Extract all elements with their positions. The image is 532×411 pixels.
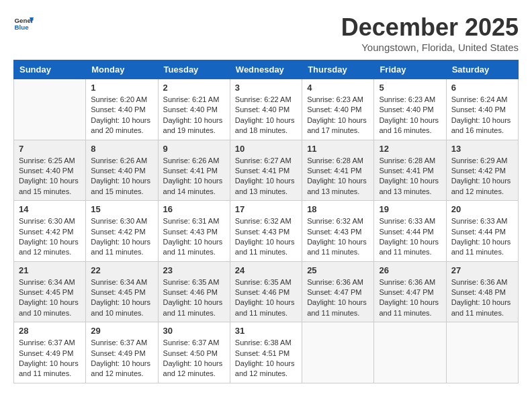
calendar-cell: 28Sunrise: 6:37 AM Sunset: 4:49 PM Dayli… [14, 322, 86, 383]
calendar-header-monday: Monday [86, 60, 158, 79]
calendar-week-row: 21Sunrise: 6:34 AM Sunset: 4:45 PM Dayli… [14, 261, 519, 322]
calendar-cell [302, 322, 374, 383]
day-number: 28 [19, 326, 81, 336]
calendar-cell: 18Sunrise: 6:32 AM Sunset: 4:43 PM Dayli… [302, 201, 374, 262]
day-number: 17 [235, 204, 297, 214]
day-info: Sunrise: 6:36 AM Sunset: 4:48 PM Dayligh… [451, 277, 513, 319]
day-info: Sunrise: 6:27 AM Sunset: 4:41 PM Dayligh… [235, 156, 297, 197]
title-area: December 2025 Youngstown, Florida, Unite… [341, 13, 519, 53]
logo: General Blue [13, 13, 34, 34]
day-info: Sunrise: 6:25 AM Sunset: 4:40 PM Dayligh… [19, 156, 81, 197]
calendar-cell: 9Sunrise: 6:26 AM Sunset: 4:41 PM Daylig… [158, 140, 230, 201]
calendar-cell: 26Sunrise: 6:36 AM Sunset: 4:47 PM Dayli… [374, 261, 446, 322]
day-number: 13 [451, 144, 513, 154]
day-number: 23 [163, 265, 225, 275]
day-number: 10 [235, 144, 297, 154]
calendar-cell: 5Sunrise: 6:23 AM Sunset: 4:40 PM Daylig… [374, 79, 446, 140]
day-info: Sunrise: 6:29 AM Sunset: 4:42 PM Dayligh… [451, 156, 513, 197]
calendar-week-row: 14Sunrise: 6:30 AM Sunset: 4:42 PM Dayli… [14, 201, 519, 262]
day-number: 31 [235, 326, 297, 336]
calendar-header-wednesday: Wednesday [230, 60, 302, 79]
calendar-cell: 1Sunrise: 6:20 AM Sunset: 4:40 PM Daylig… [86, 79, 158, 140]
calendar-cell: 23Sunrise: 6:35 AM Sunset: 4:46 PM Dayli… [158, 261, 230, 322]
calendar-cell: 13Sunrise: 6:29 AM Sunset: 4:42 PM Dayli… [446, 140, 518, 201]
calendar-cell [446, 322, 518, 383]
calendar-header-friday: Friday [374, 60, 446, 79]
day-info: Sunrise: 6:37 AM Sunset: 4:49 PM Dayligh… [19, 338, 81, 379]
header: General Blue December 2025 Youngstown, F… [13, 13, 519, 53]
day-number: 19 [379, 204, 441, 214]
day-number: 2 [163, 83, 225, 93]
day-info: Sunrise: 6:26 AM Sunset: 4:40 PM Dayligh… [91, 156, 152, 197]
calendar-cell: 17Sunrise: 6:32 AM Sunset: 4:43 PM Dayli… [230, 201, 302, 262]
calendar-cell: 29Sunrise: 6:37 AM Sunset: 4:49 PM Dayli… [86, 322, 158, 383]
day-number: 25 [307, 265, 369, 275]
day-info: Sunrise: 6:31 AM Sunset: 4:43 PM Dayligh… [163, 216, 225, 258]
day-info: Sunrise: 6:32 AM Sunset: 4:43 PM Dayligh… [307, 216, 369, 258]
day-info: Sunrise: 6:24 AM Sunset: 4:40 PM Dayligh… [451, 95, 513, 136]
day-number: 26 [379, 265, 441, 275]
day-number: 11 [307, 144, 369, 154]
day-number: 4 [307, 83, 369, 93]
day-info: Sunrise: 6:23 AM Sunset: 4:40 PM Dayligh… [307, 95, 369, 136]
calendar-cell: 30Sunrise: 6:37 AM Sunset: 4:50 PM Dayli… [158, 322, 230, 383]
day-info: Sunrise: 6:22 AM Sunset: 4:40 PM Dayligh… [235, 95, 297, 136]
calendar-cell: 8Sunrise: 6:26 AM Sunset: 4:40 PM Daylig… [86, 140, 158, 201]
day-info: Sunrise: 6:35 AM Sunset: 4:46 PM Dayligh… [163, 277, 225, 319]
calendar-cell: 22Sunrise: 6:34 AM Sunset: 4:45 PM Dayli… [86, 261, 158, 322]
day-number: 27 [451, 265, 513, 275]
calendar-cell: 10Sunrise: 6:27 AM Sunset: 4:41 PM Dayli… [230, 140, 302, 201]
calendar-header-thursday: Thursday [302, 60, 374, 79]
day-number: 15 [91, 204, 152, 214]
day-info: Sunrise: 6:38 AM Sunset: 4:51 PM Dayligh… [235, 338, 297, 379]
calendar-cell: 14Sunrise: 6:30 AM Sunset: 4:42 PM Dayli… [14, 201, 86, 262]
day-info: Sunrise: 6:33 AM Sunset: 4:44 PM Dayligh… [451, 216, 513, 258]
calendar-cell: 25Sunrise: 6:36 AM Sunset: 4:47 PM Dayli… [302, 261, 374, 322]
calendar-cell: 15Sunrise: 6:30 AM Sunset: 4:42 PM Dayli… [86, 201, 158, 262]
day-number: 29 [91, 326, 152, 336]
calendar-cell: 21Sunrise: 6:34 AM Sunset: 4:45 PM Dayli… [14, 261, 86, 322]
day-number: 20 [451, 204, 513, 214]
calendar-cell: 7Sunrise: 6:25 AM Sunset: 4:40 PM Daylig… [14, 140, 86, 201]
calendar-cell: 24Sunrise: 6:35 AM Sunset: 4:46 PM Dayli… [230, 261, 302, 322]
day-info: Sunrise: 6:36 AM Sunset: 4:47 PM Dayligh… [307, 277, 369, 319]
day-number: 9 [163, 144, 225, 154]
calendar-cell: 11Sunrise: 6:28 AM Sunset: 4:41 PM Dayli… [302, 140, 374, 201]
day-info: Sunrise: 6:35 AM Sunset: 4:46 PM Dayligh… [235, 277, 297, 319]
day-number: 14 [19, 204, 81, 214]
day-number: 18 [307, 204, 369, 214]
calendar-cell: 16Sunrise: 6:31 AM Sunset: 4:43 PM Dayli… [158, 201, 230, 262]
calendar-week-row: 28Sunrise: 6:37 AM Sunset: 4:49 PM Dayli… [14, 322, 519, 383]
calendar-header-tuesday: Tuesday [158, 60, 230, 79]
logo-icon: General Blue [13, 13, 34, 34]
calendar-cell [14, 79, 86, 140]
day-number: 5 [379, 83, 441, 93]
calendar-cell: 12Sunrise: 6:28 AM Sunset: 4:41 PM Dayli… [374, 140, 446, 201]
calendar-cell: 3Sunrise: 6:22 AM Sunset: 4:40 PM Daylig… [230, 79, 302, 140]
day-number: 3 [235, 83, 297, 93]
day-info: Sunrise: 6:36 AM Sunset: 4:47 PM Dayligh… [379, 277, 441, 319]
day-number: 21 [19, 265, 81, 275]
day-info: Sunrise: 6:33 AM Sunset: 4:44 PM Dayligh… [379, 216, 441, 258]
day-info: Sunrise: 6:20 AM Sunset: 4:40 PM Dayligh… [91, 95, 152, 136]
calendar-cell: 4Sunrise: 6:23 AM Sunset: 4:40 PM Daylig… [302, 79, 374, 140]
day-number: 22 [91, 265, 152, 275]
calendar-cell: 19Sunrise: 6:33 AM Sunset: 4:44 PM Dayli… [374, 201, 446, 262]
calendar-cell: 2Sunrise: 6:21 AM Sunset: 4:40 PM Daylig… [158, 79, 230, 140]
day-number: 16 [163, 204, 225, 214]
day-info: Sunrise: 6:34 AM Sunset: 4:45 PM Dayligh… [19, 277, 81, 319]
day-info: Sunrise: 6:28 AM Sunset: 4:41 PM Dayligh… [307, 156, 369, 197]
day-info: Sunrise: 6:23 AM Sunset: 4:40 PM Dayligh… [379, 95, 441, 136]
day-number: 12 [379, 144, 441, 154]
calendar-table: SundayMondayTuesdayWednesdayThursdayFrid… [13, 60, 519, 383]
day-number: 8 [91, 144, 152, 154]
day-number: 6 [451, 83, 513, 93]
day-info: Sunrise: 6:30 AM Sunset: 4:42 PM Dayligh… [91, 216, 152, 258]
location-title: Youngstown, Florida, United States [341, 42, 519, 53]
day-info: Sunrise: 6:26 AM Sunset: 4:41 PM Dayligh… [163, 156, 225, 197]
calendar-header-saturday: Saturday [446, 60, 518, 79]
day-number: 24 [235, 265, 297, 275]
day-info: Sunrise: 6:32 AM Sunset: 4:43 PM Dayligh… [235, 216, 297, 258]
calendar-cell: 20Sunrise: 6:33 AM Sunset: 4:44 PM Dayli… [446, 201, 518, 262]
calendar-week-row: 7Sunrise: 6:25 AM Sunset: 4:40 PM Daylig… [14, 140, 519, 201]
